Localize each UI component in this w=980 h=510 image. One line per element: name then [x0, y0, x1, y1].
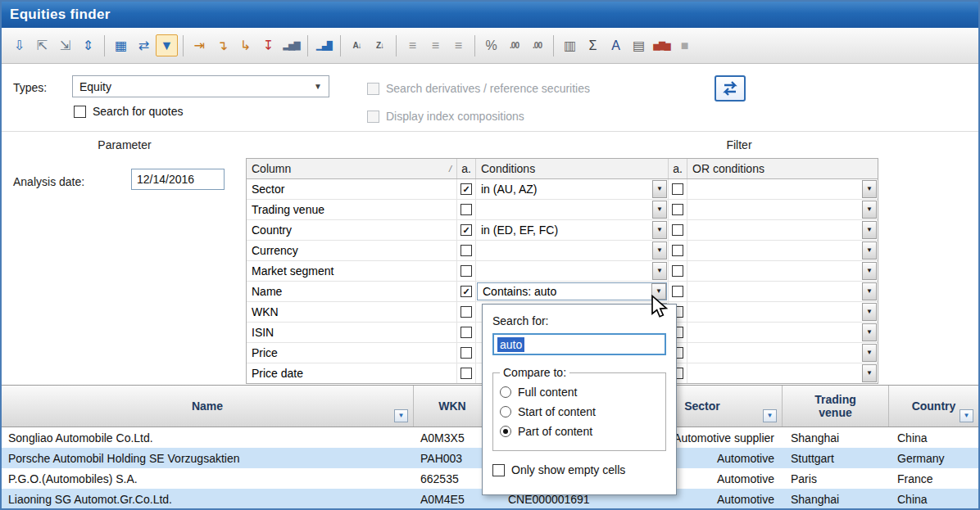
- condition-checkbox[interactable]: ✓: [461, 183, 472, 195]
- condition-checkbox[interactable]: [461, 347, 472, 359]
- country-column-header[interactable]: Country ▼: [889, 386, 978, 427]
- or-condition-dropdown-button[interactable]: ▼: [862, 201, 877, 219]
- column-filter-button[interactable]: ▼: [763, 409, 777, 422]
- fit-height-icon[interactable]: ⇕: [77, 34, 99, 56]
- or-condition-dropdown-button[interactable]: ▼: [862, 241, 877, 260]
- or-condition-checkbox[interactable]: [672, 265, 683, 277]
- radio-part-of-content[interactable]: [500, 426, 511, 437]
- types-select[interactable]: Equity ▼: [72, 75, 329, 97]
- or-condition-checkbox[interactable]: [672, 245, 683, 256]
- refresh-icon[interactable]: ⇄: [133, 34, 155, 56]
- condition-checkbox[interactable]: [461, 265, 472, 277]
- or-condition-dropdown-button[interactable]: ▼: [862, 364, 877, 382]
- toolbar-separator: [553, 35, 554, 56]
- conditions-header[interactable]: Conditions: [476, 159, 669, 178]
- condition-dropdown-button[interactable]: ▼: [652, 262, 667, 280]
- only-empty-cells-checkbox[interactable]: [492, 464, 505, 476]
- condition-dropdown-button[interactable]: ▼: [652, 221, 667, 239]
- refresh-button[interactable]: [715, 75, 746, 102]
- histogram-icon[interactable]: ▂▅▇: [280, 34, 302, 56]
- or-condition-dropdown-button[interactable]: ▼: [862, 221, 877, 239]
- column-header[interactable]: Column /: [247, 159, 457, 178]
- condition-combobox[interactable]: Contains: auto▼: [477, 282, 667, 300]
- or-conditions-header[interactable]: OR conditions: [687, 159, 878, 178]
- filter-row: Trading venue▼▼: [247, 200, 878, 220]
- align-left-icon[interactable]: ≡: [402, 34, 424, 56]
- radio-row-start-of-content[interactable]: Start of content: [500, 402, 659, 422]
- result-wkn-cell: A0M4E5: [414, 489, 492, 509]
- align-right-icon[interactable]: ≡: [447, 34, 470, 56]
- compare-to-label: Compare to:: [500, 366, 569, 379]
- trading-venue-column-header[interactable]: Trading venue: [783, 386, 889, 427]
- or-condition-checkbox[interactable]: [672, 183, 683, 195]
- dropdown-arrow-icon: ▼: [866, 309, 873, 315]
- sort-descending-icon[interactable]: Z↓: [369, 34, 391, 56]
- column-filter-button[interactable]: ▼: [394, 409, 408, 422]
- calendar-icon[interactable]: ▦: [110, 34, 132, 56]
- search-for-quotes-row[interactable]: Search for quotes: [74, 105, 184, 118]
- filter-icon[interactable]: ▼: [156, 34, 178, 56]
- font-icon[interactable]: A: [605, 34, 627, 56]
- title-bar[interactable]: Equities finder: [2, 2, 978, 28]
- types-select-value: Equity: [79, 80, 111, 93]
- radio-row-part-of-content[interactable]: Part of content: [500, 422, 659, 441]
- export-icon[interactable]: ⇩: [8, 34, 30, 56]
- condition-checkbox[interactable]: ✓: [461, 286, 472, 297]
- stop-icon[interactable]: ■: [674, 34, 696, 56]
- column-width-icon[interactable]: ▤: [628, 34, 650, 56]
- increase-decimal-icon[interactable]: .00: [503, 34, 525, 56]
- condition-checkbox[interactable]: [461, 245, 472, 256]
- result-wkn-cell: A0M3X5: [414, 427, 492, 448]
- radio-row-full-content[interactable]: Full content: [500, 382, 659, 402]
- or-condition-checkbox[interactable]: [672, 286, 683, 297]
- search-input[interactable]: auto: [492, 333, 666, 355]
- or-condition-dropdown-button[interactable]: ▼: [862, 282, 877, 300]
- sort-ascending-icon[interactable]: A↓: [346, 34, 368, 56]
- condition-dropdown-button[interactable]: ▼: [652, 201, 667, 219]
- fit-selection-icon[interactable]: ⇱: [31, 34, 53, 56]
- fit-region-icon[interactable]: ⇲: [54, 34, 76, 56]
- sum-icon[interactable]: Σ: [582, 34, 604, 56]
- condition-checkbox[interactable]: [461, 306, 472, 318]
- percent-icon[interactable]: %: [480, 34, 502, 56]
- jump-right-icon[interactable]: ⇥: [188, 34, 211, 56]
- or-condition-checkbox[interactable]: [672, 204, 683, 215]
- condition-checkbox[interactable]: ✓: [461, 224, 472, 236]
- result-trading-venue-cell: Paris: [783, 468, 889, 489]
- radio-full-content[interactable]: [500, 386, 511, 398]
- condition-dropdown-button[interactable]: ▼: [652, 180, 667, 198]
- wrap-down-icon[interactable]: ↴: [211, 34, 234, 56]
- column-chart-icon[interactable]: ▁▄█: [313, 34, 335, 56]
- condition-checkbox[interactable]: [461, 368, 472, 379]
- only-empty-cells-row[interactable]: Only show empty cells: [492, 463, 666, 476]
- or-condition-dropdown-button[interactable]: ▼: [862, 323, 877, 341]
- condition-dropdown-button[interactable]: ▼: [652, 241, 667, 260]
- search-derivatives-row: Search derivatives / reference securitie…: [367, 82, 590, 95]
- name-column-header[interactable]: Name ▼: [2, 386, 414, 427]
- condition-checkbox[interactable]: [461, 327, 472, 338]
- branch-right-icon[interactable]: ↳: [234, 34, 256, 56]
- result-wkn-cell: 662535: [414, 468, 492, 489]
- dropdown-arrow-icon: ▼: [656, 227, 663, 233]
- analysis-date-input[interactable]: [131, 169, 225, 190]
- header-label: Trading venue: [807, 393, 864, 419]
- wkn-column-header[interactable]: WKN: [414, 386, 492, 427]
- decrease-decimal-icon[interactable]: .00: [526, 34, 548, 56]
- to-bottom-icon[interactable]: ↧: [257, 34, 279, 56]
- align-center-icon[interactable]: ≡: [424, 34, 447, 56]
- search-for-quotes-checkbox[interactable]: [74, 106, 86, 118]
- or-condition-dropdown-button[interactable]: ▼: [862, 262, 877, 280]
- active-header-1[interactable]: a.: [457, 159, 476, 178]
- active-header-2[interactable]: a.: [669, 159, 687, 178]
- column-filter-button[interactable]: ▼: [960, 409, 973, 422]
- condition-checkbox[interactable]: [461, 204, 472, 215]
- or-condition-dropdown-button[interactable]: ▼: [862, 303, 877, 321]
- filter-column-label: Trading venue: [247, 200, 457, 219]
- chart-icon[interactable]: ▅▇▆: [651, 34, 673, 56]
- radio-start-of-content[interactable]: [500, 406, 511, 417]
- row-height-icon[interactable]: ▥: [559, 34, 581, 56]
- search-derivatives-checkbox: [367, 83, 379, 95]
- or-condition-dropdown-button[interactable]: ▼: [862, 344, 877, 362]
- or-condition-checkbox[interactable]: [672, 224, 683, 236]
- or-condition-dropdown-button[interactable]: ▼: [862, 180, 877, 198]
